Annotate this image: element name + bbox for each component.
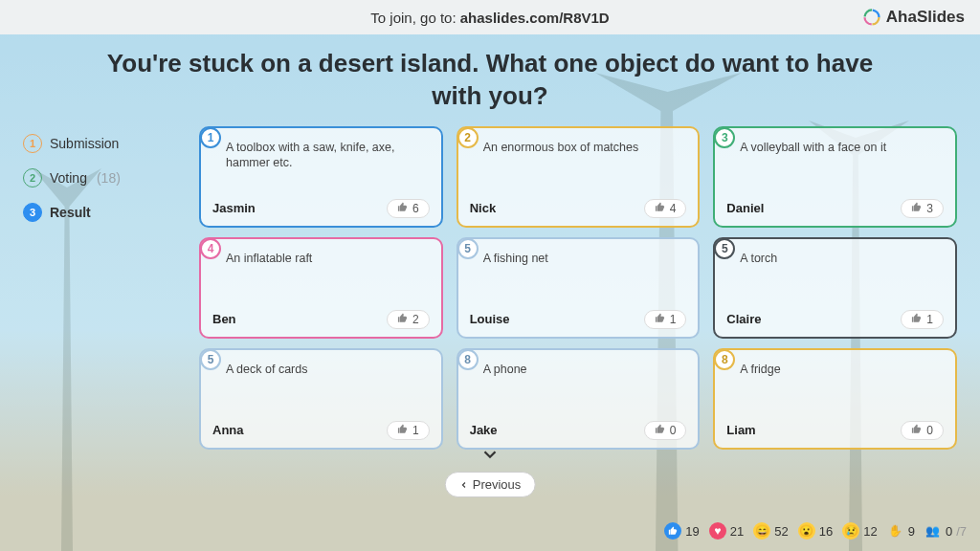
thumbs-up-icon	[911, 202, 922, 215]
chevron-down-icon	[479, 444, 501, 465]
rank-badge: 5	[457, 238, 479, 259]
answer-card[interactable]: 1A toolbox with a saw, knife, axe, hamme…	[199, 126, 443, 228]
answer-text: A fishing net	[483, 251, 687, 310]
reactions-bar: 19 ♥21 😄52 😮16 😢12 ✋9 👥0/7	[664, 522, 967, 540]
previous-label: Previous	[473, 477, 522, 492]
rank-badge: 5	[200, 349, 221, 370]
participants-count: 👥0/7	[924, 522, 967, 540]
vote-pill[interactable]: 1	[901, 310, 944, 329]
step-voting[interactable]: 2 Voting (18)	[23, 168, 176, 187]
answer-text: An inflatable raft	[226, 251, 430, 310]
expand-chevron[interactable]	[479, 444, 501, 469]
answer-text: A deck of cards	[226, 362, 430, 421]
join-text: To join, go to: ahaslides.com/R8V1D	[370, 10, 609, 26]
vote-count: 6	[412, 202, 419, 215]
reaction-hand[interactable]: ✋9	[887, 522, 915, 540]
vote-pill[interactable]: 2	[387, 310, 430, 329]
author-name: Claire	[726, 312, 761, 326]
vote-count: 1	[670, 313, 677, 326]
heart-icon: ♥	[709, 522, 726, 540]
rank-badge: 8	[457, 349, 479, 370]
vote-count: 2	[412, 313, 419, 326]
thumbs-up-icon	[911, 313, 922, 326]
reaction-wow[interactable]: 😮16	[798, 522, 833, 540]
thumbs-up-icon	[655, 202, 665, 215]
step-badge: 2	[23, 168, 42, 187]
rank-badge: 8	[714, 349, 735, 370]
author-name: Ben	[212, 312, 236, 326]
author-name: Jasmin	[212, 201, 256, 215]
sad-icon: 😢	[842, 522, 859, 540]
answer-text: A volleyball with a face on it	[740, 140, 944, 199]
brand-icon	[863, 9, 880, 26]
chevron-left-icon	[459, 480, 469, 490]
thumbs-up-icon	[397, 202, 408, 215]
answer-card[interactable]: 5A torchClaire1	[713, 237, 957, 339]
answer-text: An enormous box of matches	[483, 140, 687, 199]
answer-card[interactable]: 5A fishing netLouise1	[457, 237, 701, 339]
steps-sidebar: 1 Submission 2 Voting (18) 3 Result	[23, 126, 176, 452]
vote-pill[interactable]: 6	[387, 199, 430, 218]
answer-text: A fridge	[740, 362, 944, 421]
step-result[interactable]: 3 Result	[23, 203, 176, 222]
step-label: Voting	[50, 170, 87, 186]
answer-text: A torch	[740, 251, 944, 310]
reaction-like[interactable]: 19	[664, 522, 699, 540]
brand-name: AhaSlides	[886, 8, 965, 27]
people-icon: 👥	[924, 522, 942, 540]
wow-icon: 😮	[798, 522, 815, 540]
vote-pill[interactable]: 4	[644, 199, 687, 218]
rank-badge: 2	[457, 127, 479, 148]
brand-logo: AhaSlides	[863, 8, 965, 27]
step-badge: 1	[23, 134, 42, 153]
hand-icon: ✋	[887, 522, 904, 540]
vote-pill[interactable]: 1	[644, 310, 687, 329]
step-count: (18)	[97, 170, 121, 186]
answer-card[interactable]: 3A volleyball with a face on itDaniel3	[713, 126, 957, 228]
answers-grid: 1A toolbox with a saw, knife, axe, hamme…	[199, 126, 957, 450]
thumbs-up-icon	[397, 313, 408, 326]
vote-count: 4	[670, 202, 677, 215]
join-url: ahaslides.com/R8V1D	[460, 10, 610, 26]
reaction-sad[interactable]: 😢12	[842, 522, 877, 540]
answer-card[interactable]: 4An inflatable raftBen2	[199, 237, 443, 339]
laugh-icon: 😄	[753, 522, 770, 540]
previous-button[interactable]: Previous	[445, 472, 536, 497]
rank-badge: 5	[714, 238, 735, 259]
answer-card[interactable]: 2An enormous box of matchesNick4	[457, 126, 701, 228]
top-bar: To join, go to: ahaslides.com/R8V1D AhaS…	[0, 0, 980, 34]
vote-count: 1	[926, 313, 933, 326]
author-name: Louise	[470, 312, 510, 326]
step-submission[interactable]: 1 Submission	[23, 134, 176, 153]
vote-pill[interactable]: 3	[901, 199, 944, 218]
rank-badge: 1	[200, 127, 221, 148]
step-badge: 3	[23, 203, 42, 222]
step-label: Submission	[50, 136, 119, 151]
thumbs-up-icon	[664, 522, 681, 540]
answer-text: A phone	[483, 362, 687, 421]
question-text: You're stuck on a desert island. What on…	[23, 44, 957, 126]
reaction-love[interactable]: ♥21	[709, 522, 744, 540]
author-name: Nick	[470, 201, 496, 215]
vote-count: 3	[926, 202, 933, 215]
author-name: Daniel	[726, 201, 764, 215]
answer-text: A toolbox with a saw, knife, axe, hammer…	[226, 140, 430, 199]
reaction-laugh[interactable]: 😄52	[753, 522, 788, 540]
rank-badge: 3	[714, 127, 735, 148]
step-label: Result	[50, 205, 91, 220]
rank-badge: 4	[200, 238, 221, 259]
thumbs-up-icon	[655, 313, 665, 326]
